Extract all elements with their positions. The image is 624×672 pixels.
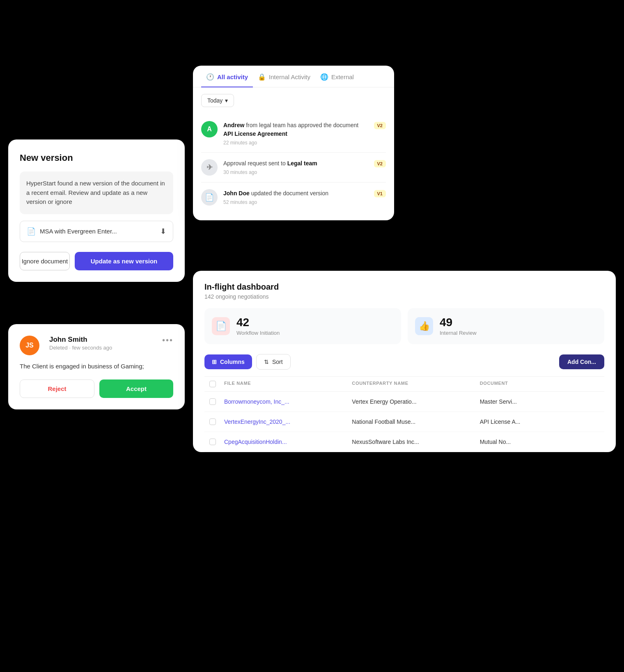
dashboard-subtitle: 142 ongoing negotiations xyxy=(204,293,604,300)
avatar: JS xyxy=(20,336,39,355)
new-version-actions: Ignore document Update as new version xyxy=(20,252,173,270)
file-name-cell[interactable]: CpegAcquisitionHoldin... xyxy=(221,439,349,445)
select-all-checkbox[interactable] xyxy=(209,381,216,387)
counterparty-cell: NexusSoftware Labs Inc... xyxy=(349,439,476,445)
toolbar-row: ⊞ Columns ⇅ Sort Add Con... xyxy=(204,354,604,370)
activity-time: 30 minutes ago xyxy=(223,169,368,175)
table-row: Borrowmoneycom, Inc_... Vertex Energy Op… xyxy=(204,392,604,412)
workflow-icon-wrap: 📄 xyxy=(212,317,230,335)
row-checkbox[interactable] xyxy=(209,398,216,405)
document-cell: API License A... xyxy=(477,418,604,425)
john-smith-card: JS John Smith Deleted · few seconds ago … xyxy=(8,324,185,409)
new-version-card: New version HyperStart found a new versi… xyxy=(8,139,185,282)
new-version-description: HyperStart found a new version of the do… xyxy=(20,171,173,214)
chevron-down-icon: ▾ xyxy=(225,97,228,104)
tab-internal-activity[interactable]: 🔒 Internal Activity xyxy=(253,66,315,87)
table-row: CpegAcquisitionHoldin... NexusSoftware L… xyxy=(204,432,604,452)
activity-panel: 🕐 All activity 🔒 Internal Activity 🌐 Ext… xyxy=(193,66,394,220)
user-meta: Deleted · few seconds ago xyxy=(49,345,112,351)
row-checkbox[interactable] xyxy=(209,418,216,425)
stat-card-review: 👍 49 Internal Review xyxy=(408,308,604,344)
file-name-cell[interactable]: VertexEnergyInc_2020_... xyxy=(221,418,349,425)
activity-item: ✈ Approval request sent to Legal team 30… xyxy=(201,153,386,183)
activity-body: Today ▾ A Andrew from legal team has app… xyxy=(193,87,394,220)
review-icon-wrap: 👍 xyxy=(415,317,433,335)
john-smith-header: JS John Smith Deleted · few seconds ago … xyxy=(20,336,173,355)
counterparty-cell: National Football Muse... xyxy=(349,418,476,425)
edit-actions: Reject Accept xyxy=(20,379,173,398)
reject-button[interactable]: Reject xyxy=(20,379,94,398)
document-cell: Mutual No... xyxy=(477,439,604,445)
tab-external[interactable]: 🌐 External xyxy=(315,66,359,87)
counterparty-header: COUNTERPARTY NAME xyxy=(349,381,476,387)
activity-time: 52 minutes ago xyxy=(223,199,368,205)
dashboard-panel: In-flight dashboard 142 ongoing negotiat… xyxy=(193,271,616,452)
version-badge: V2 xyxy=(374,160,386,167)
ignore-document-button[interactable]: Ignore document xyxy=(20,252,70,270)
tab-all-activity-label: All activity xyxy=(217,73,248,80)
activity-text: Andrew from legal team has approved the … xyxy=(223,121,368,138)
workflow-count: 42 xyxy=(236,316,280,329)
more-options-icon[interactable]: ••• xyxy=(162,336,173,345)
globe-icon: 🌐 xyxy=(320,73,328,81)
activity-content: Andrew from legal team has approved the … xyxy=(223,121,368,146)
table-header: FILE NAME COUNTERPARTY NAME DOCUMENT xyxy=(204,376,604,392)
table-row: VertexEnergyInc_2020_... National Footba… xyxy=(204,412,604,432)
review-count: 49 xyxy=(440,316,477,329)
file-name-header: FILE NAME xyxy=(221,381,349,387)
file-icon: 📄 xyxy=(27,227,36,236)
columns-label: Columns xyxy=(220,359,245,365)
sort-label: Sort xyxy=(272,359,283,365)
avatar: A xyxy=(201,121,218,137)
send-icon-avatar: ✈ xyxy=(201,159,218,176)
edit-content: The Client is engaged in business of Gam… xyxy=(20,362,173,371)
activity-time: 22 minutes ago xyxy=(223,140,368,146)
review-label: Internal Review xyxy=(440,330,477,336)
today-label: Today xyxy=(207,97,223,104)
activity-item: A Andrew from legal team has approved th… xyxy=(201,114,386,153)
counterparty-cell: Vertex Energy Operatio... xyxy=(349,398,476,405)
filter-bar: Today ▾ xyxy=(201,94,386,107)
activity-item: 📄 John Doe updated the document version … xyxy=(201,183,386,212)
file-name: MSA with Evergreen Enter... xyxy=(40,228,117,235)
user-name: John Smith xyxy=(49,336,112,344)
activity-text: John Doe updated the document version xyxy=(223,189,368,198)
document-icon-avatar: 📄 xyxy=(201,189,218,206)
activity-content: Approval request sent to Legal team 30 m… xyxy=(223,159,368,175)
activity-content: John Doe updated the document version 52… xyxy=(223,189,368,205)
row-checkbox[interactable] xyxy=(209,439,216,445)
dashboard-title: In-flight dashboard xyxy=(204,282,604,292)
sort-button[interactable]: ⇅ Sort xyxy=(256,354,291,370)
version-badge: V1 xyxy=(374,190,386,197)
new-version-file: 📄 MSA with Evergreen Enter... ⬇ xyxy=(20,221,173,242)
select-all-header xyxy=(204,381,221,387)
stats-row: 📄 42 Workflow Initiation 👍 49 Internal R… xyxy=(204,308,604,344)
clock-icon: 🕐 xyxy=(206,73,214,81)
accept-button[interactable]: Accept xyxy=(99,379,173,398)
columns-icon: ⊞ xyxy=(212,359,217,365)
add-contract-button[interactable]: Add Con... xyxy=(559,354,604,369)
document-cell: Master Servi... xyxy=(477,398,604,405)
activity-text: Approval request sent to Legal team xyxy=(223,159,368,168)
activity-tabs: 🕐 All activity 🔒 Internal Activity 🌐 Ext… xyxy=(193,66,394,87)
stat-card-workflow: 📄 42 Workflow Initiation xyxy=(204,308,401,344)
thumbsup-icon: 👍 xyxy=(419,321,430,331)
new-version-title: New version xyxy=(20,153,173,163)
contracts-table: FILE NAME COUNTERPARTY NAME DOCUMENT Bor… xyxy=(204,376,604,452)
document-header: DOCUMENT xyxy=(477,381,604,387)
download-icon[interactable]: ⬇ xyxy=(160,227,166,236)
today-filter-button[interactable]: Today ▾ xyxy=(201,94,234,107)
version-badge: V2 xyxy=(374,122,386,129)
columns-button[interactable]: ⊞ Columns xyxy=(204,354,252,369)
tab-internal-activity-label: Internal Activity xyxy=(269,73,310,80)
update-as-new-version-button[interactable]: Update as new version xyxy=(75,252,173,270)
lock-icon: 🔒 xyxy=(258,73,266,81)
document-red-icon: 📄 xyxy=(216,321,227,331)
workflow-label: Workflow Initiation xyxy=(236,330,280,336)
sort-icon: ⇅ xyxy=(264,359,269,365)
tab-external-label: External xyxy=(331,73,354,80)
file-name-cell[interactable]: Borrowmoneycom, Inc_... xyxy=(221,398,349,405)
tab-all-activity[interactable]: 🕐 All activity xyxy=(201,66,253,87)
